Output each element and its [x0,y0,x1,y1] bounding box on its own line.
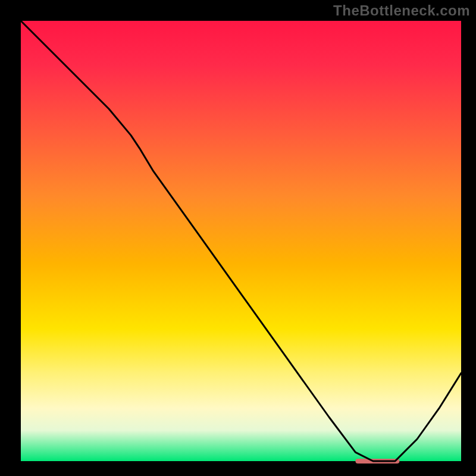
watermark-text: TheBottleneck.com [333,2,470,19]
chart-frame: TheBottleneck.com [0,0,476,476]
bottleneck-chart [0,0,476,476]
